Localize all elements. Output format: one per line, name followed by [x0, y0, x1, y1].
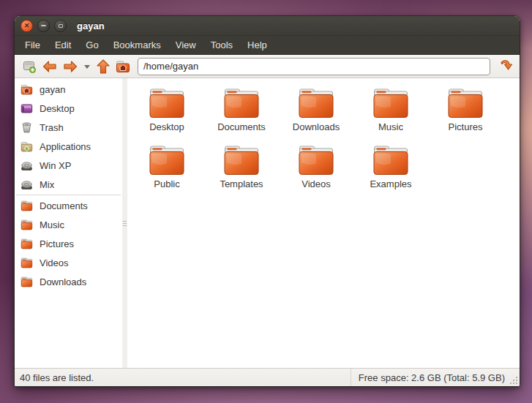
menu-item-edit[interactable]: Edit	[48, 37, 78, 53]
trash-icon	[20, 121, 34, 134]
sidebar-item-label: Documents	[40, 200, 88, 211]
up-button[interactable]	[94, 57, 113, 76]
sidebar-item-music[interactable]: Music	[15, 215, 122, 234]
sidebar-item-label: Trash	[40, 122, 64, 133]
folder-icon	[373, 145, 408, 176]
menu-item-help[interactable]: Help	[240, 37, 274, 53]
file-item-downloads[interactable]: Downloads	[279, 83, 353, 139]
minimize-icon	[41, 25, 46, 26]
sidebar-item-applications[interactable]: Applications	[15, 137, 122, 156]
sidebar-item-label: Videos	[40, 257, 69, 268]
toolbar	[15, 55, 520, 78]
sidebar-item-pictures[interactable]: Pictures	[15, 234, 122, 253]
sidebar-item-label: Downloads	[40, 276, 86, 287]
content-area: gayan Desktop	[15, 78, 520, 368]
folder-icon	[448, 88, 483, 118]
file-label: Downloads	[293, 121, 340, 132]
window-maximize-button[interactable]	[54, 20, 67, 32]
folder-icon	[20, 219, 34, 231]
folder-icon	[299, 145, 334, 176]
desktop-icon	[20, 102, 34, 115]
folder-icon	[224, 88, 259, 118]
forward-arrow-icon	[62, 60, 78, 73]
file-item-documents[interactable]: Documents	[204, 83, 279, 139]
sidebar-item-label: Applications	[40, 141, 91, 152]
sidebar-item-label: gayan	[40, 84, 65, 95]
file-item-desktop[interactable]: Desktop	[130, 83, 204, 139]
reload-icon	[498, 59, 513, 75]
sidebar-item-label: Pictures	[40, 238, 74, 249]
menu-item-view[interactable]: View	[168, 37, 203, 53]
file-label: Music	[378, 121, 403, 132]
status-free-space: Free space: 2.6 GB (Total: 5.9 GB)	[351, 369, 517, 386]
sidebar-item-desktop[interactable]: Desktop	[15, 99, 122, 118]
home-icon	[115, 59, 131, 74]
file-label: Videos	[301, 178, 331, 189]
file-item-music[interactable]: Music	[353, 83, 428, 139]
folder-icon	[373, 88, 408, 118]
folder-icon	[149, 88, 184, 118]
reload-button[interactable]	[496, 57, 515, 76]
file-label: Public	[154, 178, 179, 189]
folder-icon	[224, 145, 259, 176]
new-window-button[interactable]	[19, 57, 40, 76]
back-button[interactable]	[40, 57, 60, 76]
back-arrow-icon	[42, 60, 58, 73]
places-sidebar: gayan Desktop	[15, 78, 122, 368]
folder-icon	[20, 276, 34, 288]
window-title: gayan	[77, 20, 105, 31]
sidebar-splitter[interactable]	[122, 78, 127, 368]
file-item-examples[interactable]: Examples	[353, 140, 428, 196]
maximize-icon	[59, 24, 63, 28]
sidebar-item-label: Win XP	[40, 160, 71, 171]
file-grid: Desktop Documents	[127, 78, 520, 368]
file-label: Documents	[217, 121, 266, 132]
address-input[interactable]	[138, 58, 490, 75]
sidebar-item-label: Mix	[40, 179, 54, 190]
sidebar-item-gayan[interactable]: gayan	[15, 80, 122, 99]
menu-item-tools[interactable]: Tools	[203, 37, 240, 53]
statusbar: 40 files are listed. Free space: 2.6 GB …	[15, 368, 520, 386]
sidebar-item-label: Music	[40, 219, 64, 230]
up-arrow-icon	[96, 59, 110, 75]
new-window-icon	[21, 59, 37, 74]
file-label: Templates	[220, 178, 263, 189]
sidebar-item-mix[interactable]: Mix	[15, 175, 122, 194]
sidebar-item-win-xp[interactable]: Win XP	[15, 156, 122, 175]
file-manager-window: ✕ gayan File Edit Go Bookmarks View Tool…	[14, 15, 520, 387]
menu-item-file[interactable]: File	[18, 37, 48, 53]
history-dropdown-button[interactable]	[80, 57, 94, 76]
status-file-count: 40 files are listed.	[20, 372, 94, 383]
titlebar: ✕ gayan	[15, 16, 520, 36]
folder-icon	[20, 200, 34, 212]
resize-grip[interactable]	[509, 376, 518, 385]
window-minimize-button[interactable]	[37, 20, 50, 32]
file-label: Pictures	[449, 121, 483, 132]
menu-item-bookmarks[interactable]: Bookmarks	[106, 37, 168, 53]
window-close-button[interactable]: ✕	[20, 20, 33, 32]
menu-item-go[interactable]: Go	[78, 37, 105, 53]
file-item-public[interactable]: Public	[130, 140, 204, 196]
file-item-pictures[interactable]: Pictures	[428, 83, 503, 139]
drive-icon	[20, 159, 34, 172]
forward-button[interactable]	[60, 57, 80, 76]
applications-folder-icon	[20, 140, 34, 153]
drive-icon	[20, 178, 34, 191]
folder-icon	[299, 88, 334, 118]
sidebar-item-videos[interactable]: Videos	[15, 253, 122, 272]
file-item-videos[interactable]: Videos	[279, 140, 353, 196]
sidebar-item-documents[interactable]: Documents	[15, 196, 122, 215]
sidebar-item-downloads[interactable]: Downloads	[15, 272, 122, 291]
history-dropdown-icon	[83, 64, 91, 69]
folder-icon	[149, 145, 184, 176]
home-button[interactable]	[113, 57, 133, 76]
sidebar-item-label: Desktop	[40, 103, 75, 114]
file-label: Examples	[370, 178, 411, 189]
folder-icon	[20, 257, 34, 269]
sidebar-item-trash[interactable]: Trash	[15, 118, 122, 137]
home-folder-icon	[20, 83, 34, 96]
menubar: File Edit Go Bookmarks View Tools Help	[15, 36, 520, 55]
file-label: Desktop	[149, 121, 184, 132]
file-item-templates[interactable]: Templates	[204, 140, 279, 196]
folder-icon	[20, 238, 34, 250]
